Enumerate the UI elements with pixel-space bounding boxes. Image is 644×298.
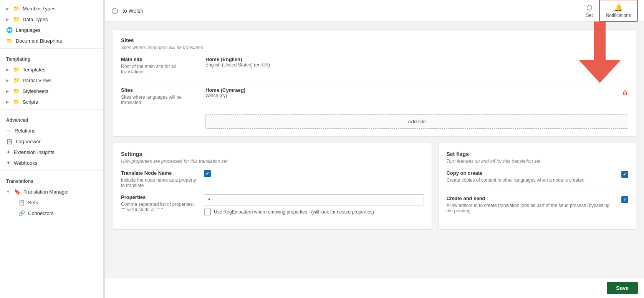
flags-card: Set flags Turn features on and off for t… [438,143,636,230]
add-site-wrapper: Add site [121,111,628,129]
sidebar-item-label: Data Types [23,17,48,22]
settings-subtitle: How properties are processed for this tr… [121,159,424,164]
notifications-label: Notifications [606,13,631,18]
flags-subtitle: Turn features on and off for this transl… [446,159,628,164]
chevron-icon: ▶ [6,78,9,83]
sidebar-item-webhooks[interactable]: ✦ Webhooks [0,157,103,168]
page-title-input[interactable] [123,8,575,14]
divider [446,189,628,189]
webhook-icon: ✦ [6,160,11,166]
sites-label-col: Sites Sites where languages will be tran… [121,87,198,105]
sidebar-item-label: Scripts [23,99,38,105]
sites-grid: Main site Root of the main site for all … [121,56,628,129]
sidebar-item-member-types[interactable]: ▶ 📁 Member Types [0,3,103,14]
sidebar-item-label: Connectors [28,210,53,216]
page-icon: ⬡ [111,6,118,15]
section-label-advanced: Advanced [0,112,103,125]
sidebar-item-log-viewer[interactable]: 📋 Log Viewer [0,136,103,147]
chevron-icon: ▶ [6,17,9,22]
sidebar-item-extension-insights[interactable]: ✦ Extension Insights [0,147,103,157]
copy-on-create-control [621,170,628,178]
topbar-actions: ⬡ Set 🔔 Notifications [580,0,638,22]
bottombar: Save [105,278,644,298]
main-site-row: Main site Root of the main site for all … [121,56,628,74]
connectors-icon: 🔗 [18,210,25,216]
sidebar-section-templating: Templating ▶ 📁 Templates ▶ 📁 Partial Vie… [0,51,103,107]
sidebar-item-languages[interactable]: 🌐 Languages [0,25,103,35]
main-site-lang: English (United States) (en-US) [205,62,270,68]
sidebar-item-label: Sets [28,200,38,205]
sidebar-item-label: Stylesheets [23,88,48,94]
sites-info: Home (Cymraeg) Welsh (cy) [205,87,245,98]
section-label-templating: Templating [0,51,103,64]
copy-on-create-label: Copy on create [446,170,615,176]
settings-title: Settings [121,151,424,157]
folder-icon: 📁 [13,77,20,83]
sidebar-item-label: Extension Insights [14,149,55,155]
sidebar-item-label: Translation Manager [23,189,69,195]
main-content: ⬡ ⬡ Set 🔔 Notifications Sites Sites wher… [105,0,644,298]
sidebar-item-translation-manager[interactable]: ▼ 🔖 Translation Manager [0,186,103,197]
settings-flags-row: Settings How properties are processed fo… [113,143,636,230]
main-site-desc: Root of the main site for all translatio… [121,64,198,74]
copy-on-create-row: Copy on create Create copies of content … [446,170,628,183]
sidebar-item-label: Log Viewer [16,139,41,144]
sidebar-item-label: Templates [23,67,45,73]
sites-label: Sites [121,87,198,93]
regex-row: Use RegEx pattern when removing properti… [204,209,424,215]
sidebar-item-label: Member Types [23,6,56,12]
sidebar-item-connectors[interactable]: 🔗 Connectors [14,208,103,219]
set-button[interactable]: ⬡ Set [580,0,599,21]
divider [121,81,628,81]
translate-node-name-control [204,170,424,177]
regex-label: Use RegEx pattern when removing properti… [214,209,374,215]
cymraeg-site-name: Home (Cymraeg) [205,87,245,93]
delete-site-button[interactable]: 🗑 [622,89,628,96]
chevron-icon: ▼ [6,190,10,194]
sidebar-item-data-types[interactable]: ▶ 📁 Data Types [0,14,103,25]
sites-row: Sites Sites where languages will be tran… [121,87,628,105]
sidebar-item-scripts[interactable]: ▶ 📁 Scripts [0,96,103,107]
main-site-content: Home (English) English (United States) (… [205,56,628,68]
settings-card: Settings How properties are processed fo… [113,143,432,230]
copy-on-create-desc: Create copies of content in other langua… [446,177,615,183]
section-label-translations: Translations [0,173,103,186]
sidebar-item-partial-views[interactable]: ▶ 📁 Partial Views [0,75,103,86]
add-site-button[interactable]: Add site [205,114,628,129]
properties-label: Properties [121,194,198,200]
save-button[interactable]: Save [607,282,638,294]
sites-content: Home (Cymraeg) Welsh (cy) 🗑 [205,87,628,98]
properties-input[interactable] [204,194,424,205]
sidebar-item-sets[interactable]: 📋 Sets [14,197,103,208]
globe-icon: 🌐 [6,27,13,33]
notifications-button[interactable]: 🔔 Notifications [599,0,638,22]
folder-icon: 📁 [13,5,20,12]
sidebar-item-document-blueprints[interactable]: 📁 Document Blueprints [0,35,103,46]
folder-icon: 📁 [13,99,20,105]
main-site-info: Home (English) English (United States) (… [205,56,270,68]
copy-on-create-label-col: Copy on create Create copies of content … [446,170,615,183]
sidebar: ▶ 📁 Member Types ▶ 📁 Data Types 🌐 Langua… [0,0,104,298]
properties-desc: Comma separated list of properties: "*" … [121,202,198,212]
translate-node-name-label-col: Translate Node Name Include the node nam… [121,170,198,188]
copy-on-create-checkbox[interactable] [621,171,628,178]
translate-node-name-checkbox[interactable] [204,170,211,177]
regex-checkbox[interactable] [204,209,211,215]
folder-icon: 📁 [13,66,20,73]
chevron-icon: ▶ [6,7,9,11]
sidebar-item-templates[interactable]: ▶ 📁 Templates [0,64,103,75]
bell-icon: 🔔 [614,3,622,12]
sidebar-item-label: Partial Views [23,78,51,83]
folder-icon: 📁 [13,88,20,94]
create-and-send-checkbox[interactable] [621,196,628,203]
sites-card: Sites Sites where languages will be tran… [113,29,636,137]
properties-control: Use RegEx pattern when removing properti… [204,194,424,215]
sidebar-item-stylesheets[interactable]: ▶ 📁 Stylesheets [0,86,103,96]
properties-label-col: Properties Comma separated list of prope… [121,194,198,212]
sidebar-item-relations[interactable]: ↔ Relations [0,125,103,136]
create-and-send-label-col: Create and send Allow editors to to crea… [446,195,615,214]
set-label: Set [586,13,593,18]
main-site-label-col: Main site Root of the main site for all … [121,56,198,74]
topbar: ⬡ ⬡ Set 🔔 Notifications [105,0,644,22]
translation-manager-subitems: 📋 Sets 🔗 Connectors [0,197,103,219]
